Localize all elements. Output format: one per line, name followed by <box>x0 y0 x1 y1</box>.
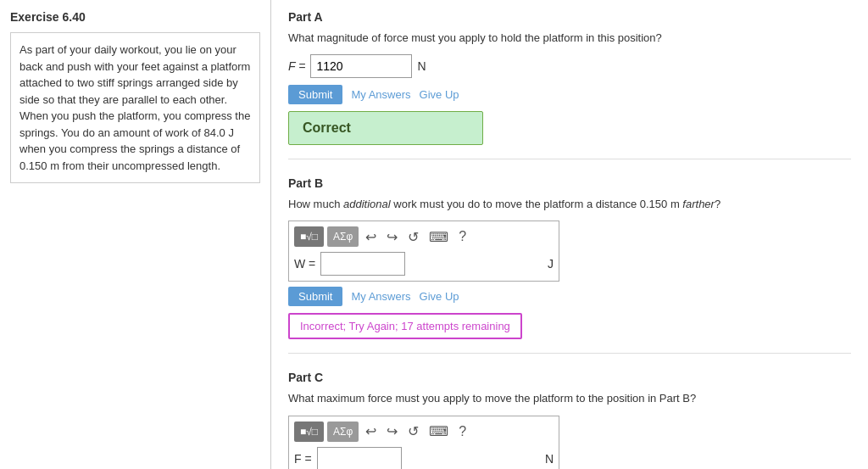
part-a-btn-row: Submit My Answers Give Up <box>288 85 851 104</box>
part-b-help-icon[interactable]: ? <box>455 227 470 246</box>
part-c-redo-icon[interactable]: ↪ <box>383 422 401 441</box>
part-c-tool-btn2[interactable]: AΣφ <box>327 422 359 442</box>
part-a-section: Part A What magnitude of force must you … <box>288 10 851 159</box>
part-b-give-up-link[interactable]: Give Up <box>420 290 459 303</box>
part-b-input[interactable] <box>320 252 405 276</box>
part-a-input[interactable] <box>310 54 412 78</box>
part-b-btn-row: Submit My Answers Give Up <box>288 287 851 306</box>
part-a-correct-banner: Correct <box>288 111 483 145</box>
part-b-toolbar: ■√□ AΣφ ↩ ↪ ↺ ⌨ ? <box>294 226 554 247</box>
part-c-input[interactable] <box>317 447 402 469</box>
part-b-label: Part B <box>288 176 851 190</box>
part-a-unit: N <box>417 59 426 73</box>
part-b-section: Part B How much additional work must you… <box>288 176 851 354</box>
part-c-help-icon[interactable]: ? <box>455 422 470 441</box>
part-b-math-editor: ■√□ AΣφ ↩ ↪ ↺ ⌨ ? W = J <box>288 221 559 282</box>
exercise-title: Exercise 6.40 <box>10 10 260 24</box>
part-c-toolbar: ■√□ AΣφ ↩ ↪ ↺ ⌨ ? <box>294 422 554 442</box>
part-c-unit: N <box>545 452 554 466</box>
part-b-undo-icon[interactable]: ↩ <box>362 227 380 247</box>
part-a-label: Part A <box>288 10 851 24</box>
part-c-keyboard-icon[interactable]: ⌨ <box>426 422 452 441</box>
part-b-input-row: W = J <box>294 252 554 276</box>
part-b-q-prefix: How much <box>288 198 343 210</box>
part-b-unit: J <box>548 257 554 271</box>
part-b-tool-btn1[interactable]: ■√□ <box>294 226 324 247</box>
part-a-answer-row: F = N <box>288 54 851 78</box>
part-a-give-up-link[interactable]: Give Up <box>420 88 459 101</box>
part-c-tool-btn1[interactable]: ■√□ <box>294 422 324 442</box>
part-c-refresh-icon[interactable]: ↺ <box>404 422 422 441</box>
part-b-tool-btn2[interactable]: AΣφ <box>327 226 359 247</box>
part-b-redo-icon[interactable]: ↪ <box>383 227 401 247</box>
part-b-q-italic2: farther <box>682 198 715 210</box>
part-c-input-row: F = N <box>294 447 554 469</box>
part-c-eq-label: F = <box>294 452 312 466</box>
problem-text: As part of your daily workout, you lie o… <box>10 32 260 183</box>
part-b-q-suffix: work must you do to move the platform a … <box>391 198 683 210</box>
part-c-undo-icon[interactable]: ↩ <box>362 422 380 441</box>
part-b-refresh-icon[interactable]: ↺ <box>404 227 422 247</box>
part-b-q-end: ? <box>715 198 721 210</box>
part-b-submit-button[interactable]: Submit <box>288 287 342 306</box>
part-b-eq-label: W = <box>294 257 315 271</box>
part-a-question: What magnitude of force must you apply t… <box>288 31 851 46</box>
part-a-my-answers-link[interactable]: My Answers <box>351 88 410 101</box>
part-b-question: How much additional work must you do to … <box>288 197 851 212</box>
part-b-incorrect-banner: Incorrect; Try Again; 17 attempts remain… <box>288 313 522 339</box>
part-b-keyboard-icon[interactable]: ⌨ <box>426 227 452 247</box>
part-c-label: Part C <box>288 371 851 384</box>
part-c-math-editor: ■√□ AΣφ ↩ ↪ ↺ ⌨ ? F = N <box>288 416 559 469</box>
part-a-submit-button[interactable]: Submit <box>288 85 342 104</box>
part-a-eq-label: F = <box>288 59 305 73</box>
part-b-my-answers-link[interactable]: My Answers <box>351 290 410 303</box>
part-b-q-italic: additional <box>343 198 391 210</box>
part-c-section: Part C What maximum force must you apply… <box>288 371 851 469</box>
part-c-question: What maximum force must you apply to mov… <box>288 391 851 406</box>
